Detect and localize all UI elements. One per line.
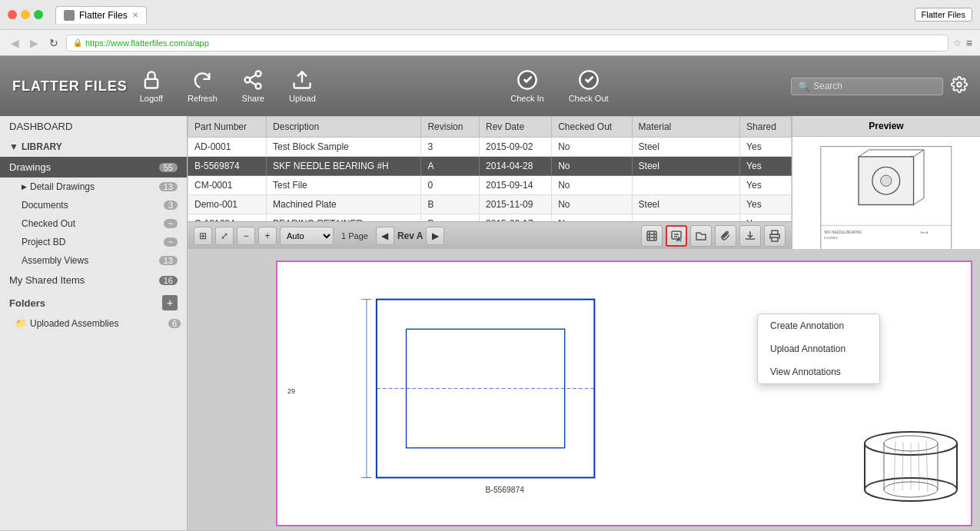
col-checked-out[interactable]: Checked Out: [552, 117, 632, 138]
upload-annotation-item[interactable]: Upload Annotation: [758, 337, 879, 360]
forward-btn[interactable]: ▶: [27, 35, 42, 51]
sidebar-item-dashboard[interactable]: DASHBOARD: [0, 116, 187, 137]
browser-tab[interactable]: Flatter Files ✕: [55, 6, 147, 24]
address-bar[interactable]: 🔒 https://www.flatterfiles.com/a/app: [66, 35, 948, 51]
window-controls: [8, 10, 43, 19]
3d-view-btn[interactable]: [641, 225, 663, 247]
add-folder-button[interactable]: +: [162, 295, 178, 310]
create-annotation-item[interactable]: Create Annotation: [758, 314, 879, 337]
data-table: Part Number Description Revision Rev Dat…: [188, 116, 792, 221]
drawings-label: Drawings: [9, 161, 51, 173]
col-description[interactable]: Description: [267, 117, 421, 138]
svg-text:B-5569874: B-5569874: [486, 486, 525, 494]
prev-page-btn[interactable]: ◀: [376, 227, 394, 245]
sidebar-item-documents[interactable]: Documents 3: [0, 196, 187, 214]
url-text: https://www.flatterfiles.com/a/app: [85, 38, 209, 48]
preview-header: Preview: [792, 116, 980, 137]
svg-rect-0: [145, 79, 158, 88]
col-rev-date[interactable]: Rev Date: [480, 117, 552, 138]
search-box[interactable]: 🔍: [791, 78, 943, 95]
tab-title: Flatter Files: [79, 10, 128, 21]
sidebar-item-project-bd[interactable]: Project BD ~: [0, 233, 187, 251]
upload-icon: [291, 69, 313, 91]
zoom-select[interactable]: Auto 50% 75% 100% 150%: [280, 227, 334, 245]
tab-close-btn[interactable]: ✕: [132, 11, 138, 19]
checkout-button[interactable]: Check Out: [556, 66, 621, 106]
print-btn[interactable]: [764, 225, 786, 247]
upload-label: Upload: [289, 94, 316, 103]
settings-button[interactable]: [951, 76, 968, 97]
assembly-views-label: Assembly Views: [22, 255, 88, 266]
folder-icon: 📁: [15, 318, 27, 329]
preview-area: Preview: [792, 116, 980, 249]
col-revision[interactable]: Revision: [421, 117, 480, 138]
next-page-btn[interactable]: ▶: [426, 227, 444, 245]
table-row[interactable]: AD-0001Test Block Sample32015-09-02NoSte…: [188, 138, 792, 157]
share-label: Share: [242, 94, 264, 103]
svg-point-1: [256, 71, 261, 76]
detail-drawings-badge: 13: [159, 182, 178, 191]
col-shared[interactable]: Shared: [740, 117, 792, 138]
refresh-button[interactable]: Refresh: [175, 66, 230, 106]
folders-section: Folders +: [0, 290, 187, 315]
maximize-window-btn[interactable]: [34, 10, 43, 19]
grid-view-btn[interactable]: ⊞: [194, 227, 212, 245]
sidebar-item-checked-out[interactable]: Checked Out ~: [0, 214, 187, 233]
svg-line-61: [894, 441, 895, 492]
checkin-label: Check In: [510, 94, 543, 103]
flatter-files-btn[interactable]: Flatter Files: [915, 8, 972, 22]
folder-item-uploaded-assemblies[interactable]: 📁 Uploaded Assemblies 6: [0, 315, 187, 332]
fit-view-btn[interactable]: ⤢: [215, 227, 234, 245]
refresh-icon: [191, 69, 213, 91]
table-row[interactable]: C-101234BEARING RETAINERB2015-02-17No--Y…: [188, 214, 792, 222]
table-scroll[interactable]: Part Number Description Revision Rev Dat…: [188, 116, 792, 221]
col-part-number[interactable]: Part Number: [188, 117, 267, 138]
svg-line-65: [926, 441, 928, 492]
browser-menu-icon[interactable]: ≡: [966, 37, 972, 49]
checkout-icon: [578, 69, 600, 91]
download-btn[interactable]: [739, 225, 761, 247]
project-bd-label: Project BD: [22, 237, 65, 247]
sidebar-item-detail-drawings[interactable]: ▶ Detail Drawings 13: [0, 178, 187, 196]
checkin-button[interactable]: Check In: [498, 66, 556, 106]
tab-favicon: [64, 10, 75, 21]
minimize-window-btn[interactable]: [21, 10, 30, 19]
table-row[interactable]: CM-0001Test File02015-09-14NoYes: [188, 176, 792, 195]
zoom-out-btn[interactable]: −: [237, 227, 255, 245]
toolbar: FLATTER FILES Logoff Refresh: [0, 56, 980, 116]
svg-point-3: [256, 84, 261, 89]
browser-titlebar: Flatter Files ✕ Flatter Files: [0, 0, 980, 29]
sidebar-section-library[interactable]: ▼ LIBRARY: [0, 137, 187, 157]
sidebar-item-shared-items[interactable]: My Shared Items 16: [0, 270, 187, 290]
table-row[interactable]: Demo-001Machined PlateB2015-11-09NoSteel…: [188, 195, 792, 214]
share-button[interactable]: Share: [230, 66, 277, 106]
svg-text:29: 29: [287, 387, 295, 395]
reload-btn[interactable]: ↻: [46, 35, 61, 51]
zoom-in-btn[interactable]: +: [258, 227, 277, 245]
view-annotations-item[interactable]: View Annotations: [758, 360, 879, 383]
download-icon: [744, 230, 756, 242]
sidebar-item-drawings[interactable]: Drawings 55: [0, 157, 187, 178]
attach-btn[interactable]: [715, 225, 736, 247]
back-btn[interactable]: ◀: [8, 35, 22, 51]
shared-items-badge: 16: [159, 276, 178, 285]
chevron-down-icon: ▼: [9, 141, 18, 152]
sidebar-item-assembly-views[interactable]: Assembly Views 13: [0, 251, 187, 270]
svg-point-2: [245, 78, 251, 83]
upload-button[interactable]: Upload: [277, 66, 328, 106]
logoff-button[interactable]: Logoff: [128, 66, 175, 106]
project-bd-badge: ~: [164, 237, 178, 247]
folder-badge: 6: [168, 319, 181, 328]
bookmark-icon[interactable]: ☆: [953, 38, 962, 48]
col-material[interactable]: Material: [632, 117, 740, 138]
annotation-dropdown: Create Annotation Upload Annotation View…: [757, 314, 880, 384]
app-container: FLATTER FILES Logoff Refresh: [0, 56, 980, 530]
annotation-btn[interactable]: [666, 225, 687, 247]
folder-open-btn[interactable]: [690, 225, 712, 247]
table-row[interactable]: B-5569874SKF NEEDLE BEARING #HA2014-04-2…: [188, 157, 792, 176]
search-input[interactable]: [813, 81, 936, 91]
chevron-right-icon: ▶: [22, 183, 27, 191]
preview-drawing-svg: SKF NEEDLE BEARING B-5569874 Rev A: [802, 143, 971, 249]
close-window-btn[interactable]: [8, 10, 17, 19]
folder-name: Uploaded Assemblies: [30, 318, 118, 329]
